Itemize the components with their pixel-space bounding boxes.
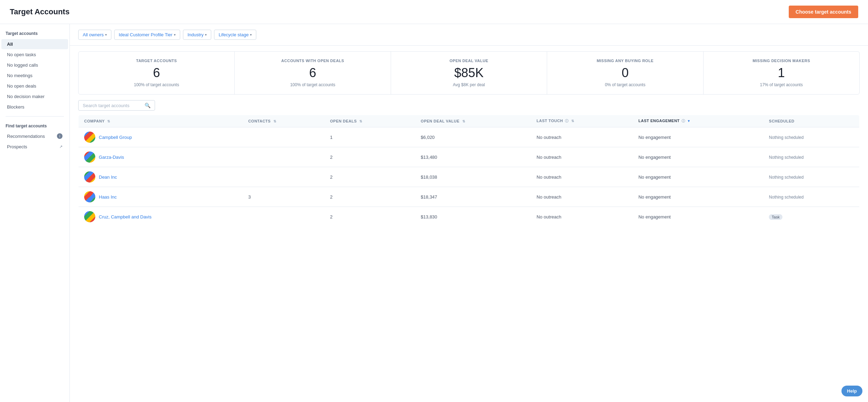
- contacts-cell: [243, 167, 324, 187]
- search-input[interactable]: [83, 103, 143, 108]
- stat-accounts-open-deals-value: 6: [240, 66, 385, 80]
- sidebar-section-title: Target accounts: [0, 31, 69, 39]
- company-logo: G: [84, 211, 95, 222]
- filter-industry-label: Industry: [187, 32, 204, 37]
- stat-target-accounts: TARGET ACCOUNTS 6 100% of target account…: [79, 52, 235, 94]
- contacts-cell: [243, 147, 324, 167]
- sidebar-item-no-logged-calls[interactable]: No logged calls: [1, 60, 68, 70]
- search-bar-container: 🔍: [70, 100, 868, 115]
- stat-target-accounts-value: 6: [84, 66, 229, 80]
- sort-icon: ⇅: [571, 119, 574, 123]
- sort-icon: ⇅: [462, 119, 465, 123]
- filter-all-owners[interactable]: All owners ▾: [78, 30, 111, 40]
- stats-row: TARGET ACCOUNTS 6 100% of target account…: [78, 51, 860, 95]
- filter-icp-tier[interactable]: Ideal Customer Profile Tier ▾: [114, 30, 180, 40]
- filter-bar: All owners ▾ Ideal Customer Profile Tier…: [70, 24, 868, 46]
- company-name[interactable]: Dean Inc: [99, 174, 117, 180]
- stat-missing-decision-makers-value: 1: [709, 66, 854, 80]
- help-button[interactable]: Help: [841, 386, 862, 396]
- stat-missing-buying-role-label: MISSING ANY BUYING ROLE: [553, 59, 697, 63]
- last-touch-cell: No outreach: [531, 127, 633, 147]
- stat-open-deal-value-sub: Avg $8K per deal: [397, 82, 541, 87]
- sidebar-item-no-open-deals[interactable]: No open deals: [1, 81, 68, 91]
- stat-missing-decision-makers-label: MISSING DECISION MAKERS: [709, 59, 854, 63]
- sidebar-item-all[interactable]: All: [1, 39, 68, 49]
- stat-open-deal-value-value: $85K: [397, 66, 541, 80]
- col-contacts[interactable]: CONTACTS ⇅: [243, 115, 324, 127]
- filter-industry[interactable]: Industry ▾: [183, 30, 211, 40]
- last-engagement-cell: No engagement: [633, 167, 763, 187]
- table-row: G Dean Inc 2 $18,038 No outreach No enga…: [79, 167, 860, 187]
- sidebar-item-no-decision-maker[interactable]: No decision maker: [1, 91, 68, 102]
- table-row: G Cruz, Campbell and Davis 2 $13,830 No …: [79, 207, 860, 227]
- col-company[interactable]: COMPANY ⇅: [79, 115, 243, 127]
- chevron-down-icon: ▾: [105, 33, 107, 37]
- sort-icon: ⇅: [107, 119, 110, 123]
- open-deal-value-cell: $18,347: [415, 187, 531, 207]
- contacts-cell: [243, 207, 324, 227]
- stat-open-deal-value-label: OPEN DEAL VALUE: [397, 59, 541, 63]
- stat-open-deal-value: OPEN DEAL VALUE $85K Avg $8K per deal: [391, 52, 547, 94]
- stat-accounts-open-deals-label: ACCOUNTS WITH OPEN DEALS: [240, 59, 385, 63]
- scheduled-cell: Nothing scheduled: [763, 187, 859, 207]
- filter-icp-label: Ideal Customer Profile Tier: [119, 32, 172, 37]
- info-icon: i: [57, 133, 62, 139]
- stat-missing-buying-role-sub: 0% of target accounts: [553, 82, 697, 87]
- sidebar-find-title: Find target accounts: [0, 121, 69, 131]
- last-touch-cell: No outreach: [531, 167, 633, 187]
- filter-lifecycle-stage[interactable]: Lifecycle stage ▾: [214, 30, 256, 40]
- choose-target-accounts-button[interactable]: Choose target accounts: [789, 6, 858, 18]
- task-badge: Task: [769, 214, 782, 220]
- open-deals-cell: 2: [324, 147, 415, 167]
- search-icon: 🔍: [145, 103, 150, 108]
- info-icon: ⓘ: [682, 119, 685, 123]
- stat-missing-decision-makers-sub: 17% of target accounts: [709, 82, 854, 87]
- table-container: COMPANY ⇅ CONTACTS ⇅ OPEN DEALS ⇅ OPEN D…: [70, 115, 868, 227]
- main-content: Target accounts All No open tasks No log…: [0, 24, 868, 402]
- content-area: All owners ▾ Ideal Customer Profile Tier…: [70, 24, 868, 402]
- company-name[interactable]: Garza-Davis: [99, 155, 124, 160]
- table-header-row: COMPANY ⇅ CONTACTS ⇅ OPEN DEALS ⇅ OPEN D…: [79, 115, 860, 127]
- company-cell: G Haas Inc: [79, 187, 243, 207]
- col-open-deals[interactable]: OPEN DEALS ⇅: [324, 115, 415, 127]
- company-name[interactable]: Cruz, Campbell and Davis: [99, 214, 152, 219]
- open-deal-value-cell: $6,020: [415, 127, 531, 147]
- last-engagement-cell: No engagement: [633, 207, 763, 227]
- stat-missing-decision-makers: MISSING DECISION MAKERS 1 17% of target …: [704, 52, 859, 94]
- stat-accounts-open-deals: ACCOUNTS WITH OPEN DEALS 6 100% of targe…: [235, 52, 391, 94]
- company-cell: G Cruz, Campbell and Davis: [79, 207, 243, 227]
- company-name[interactable]: Campbell Group: [99, 135, 132, 140]
- chevron-down-icon: ▾: [250, 33, 252, 37]
- company-logo: G: [84, 132, 95, 143]
- company-name[interactable]: Haas Inc: [99, 194, 117, 200]
- sidebar-item-recommendations[interactable]: Recommendations i: [1, 131, 68, 141]
- page-title: Target Accounts: [10, 7, 69, 16]
- chevron-down-icon: ▾: [205, 33, 207, 37]
- sidebar-item-no-open-tasks[interactable]: No open tasks: [1, 50, 68, 60]
- company-cell: G Campbell Group: [79, 127, 243, 147]
- scheduled-cell: Task: [763, 207, 859, 227]
- col-last-engagement[interactable]: LAST ENGAGEMENT ⓘ ▾: [633, 115, 763, 127]
- scheduled-cell: Nothing scheduled: [763, 167, 859, 187]
- scheduled-cell: Nothing scheduled: [763, 127, 859, 147]
- app-layout: Target Accounts Choose target accounts T…: [0, 0, 868, 402]
- sidebar: Target accounts All No open tasks No log…: [0, 24, 70, 402]
- col-open-deal-value[interactable]: OPEN DEAL VALUE ⇅: [415, 115, 531, 127]
- filter-lifecycle-label: Lifecycle stage: [219, 32, 249, 37]
- stat-target-accounts-sub: 100% of target accounts: [84, 82, 229, 87]
- chevron-down-icon: ▾: [174, 33, 176, 37]
- open-deal-value-cell: $18,038: [415, 167, 531, 187]
- stat-missing-buying-role-value: 0: [553, 66, 697, 80]
- sidebar-divider: [6, 116, 64, 117]
- last-touch-cell: No outreach: [531, 147, 633, 167]
- sidebar-item-no-meetings[interactable]: No meetings: [1, 70, 68, 81]
- table-row: G Garza-Davis 2 $13,480 No outreach No e…: [79, 147, 860, 167]
- sidebar-item-blockers[interactable]: Blockers: [1, 102, 68, 112]
- search-bar: 🔍: [78, 100, 155, 111]
- contacts-cell: 3: [243, 187, 324, 207]
- col-last-touch[interactable]: LAST TOUCH ⓘ ⇅: [531, 115, 633, 127]
- company-cell: G Garza-Davis: [79, 147, 243, 167]
- sidebar-item-prospects[interactable]: Prospects ↗: [1, 142, 68, 152]
- table-row: G Campbell Group 1 $6,020 No outreach No…: [79, 127, 860, 147]
- contacts-cell: [243, 127, 324, 147]
